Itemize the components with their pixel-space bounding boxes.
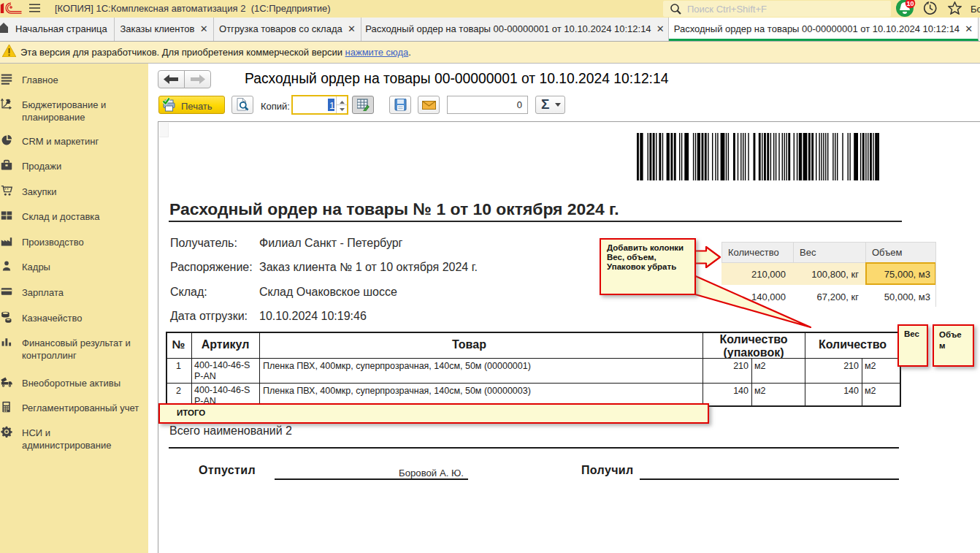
svg-text:10: 10 bbox=[906, 0, 914, 7]
